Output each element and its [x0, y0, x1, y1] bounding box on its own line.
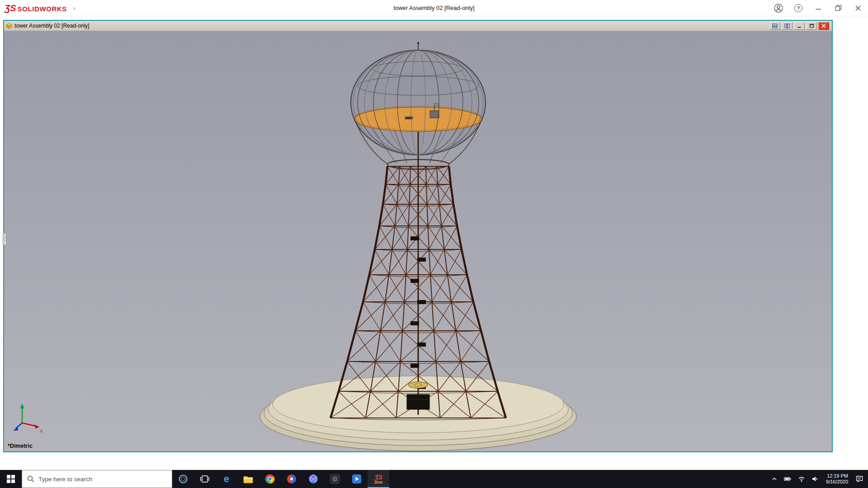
- solidworks-version-badge: 2020: [374, 480, 382, 484]
- workspace: tower Assembly 02 [Read-only]: [0, 16, 868, 470]
- pane-splitter-grip[interactable]: [3, 233, 7, 245]
- window-actions: ?: [769, 0, 868, 16]
- 3d-viewer-icon: [308, 474, 318, 484]
- tray-chevron-icon: [771, 476, 778, 482]
- tile-horizontal-icon: [772, 23, 778, 28]
- doc-tile-vertical-button[interactable]: [782, 22, 793, 30]
- dark-tile-app-icon: [330, 474, 340, 484]
- app-button-1[interactable]: [281, 470, 302, 488]
- user-account-icon: [774, 3, 783, 13]
- doc-close-button[interactable]: [818, 22, 829, 30]
- doc-close-icon: [821, 23, 826, 28]
- task-view-button[interactable]: [194, 470, 216, 488]
- chrome-icon: [264, 474, 275, 484]
- account-button[interactable]: [769, 0, 788, 16]
- blue-tile-app-icon: [352, 474, 362, 484]
- edge-button[interactable]: e: [216, 470, 237, 488]
- battery-button[interactable]: [781, 470, 794, 488]
- cortana-button[interactable]: [172, 470, 194, 488]
- battery-icon: [784, 475, 792, 483]
- viewer-3d-button[interactable]: [302, 470, 324, 488]
- app-button-3[interactable]: [346, 470, 368, 488]
- system-tray: 12:19 PM 9/16/2020: [769, 470, 868, 488]
- edge-icon: e: [221, 474, 232, 484]
- chrome-button[interactable]: [259, 470, 281, 488]
- document-title: tower Assembly 02 [Read-only]: [14, 23, 89, 29]
- assembly-cube-icon: [6, 23, 12, 29]
- app-button-2[interactable]: [324, 470, 346, 488]
- doc-tile-horizontal-button[interactable]: [769, 22, 780, 30]
- tile-vertical-icon: [784, 23, 790, 28]
- menu-flyout-arrow[interactable]: ›: [73, 5, 75, 12]
- svg-text:x: x: [40, 428, 42, 433]
- doc-restore-button[interactable]: [806, 22, 817, 30]
- windows-start-icon: [7, 475, 15, 483]
- svg-text:e: e: [224, 474, 229, 484]
- app-title: tower Assembly 02 [Read-only]: [0, 5, 868, 11]
- task-view-icon: [200, 474, 210, 484]
- volume-icon: [811, 475, 819, 483]
- solidworks-logo-name: SOLIDWORKS: [18, 5, 67, 13]
- doc-restore-icon: [809, 23, 814, 28]
- file-explorer-icon: [243, 474, 254, 484]
- doc-minimize-button[interactable]: [794, 22, 805, 30]
- solidworks-icon: ƷS: [374, 474, 382, 480]
- taskbar: Type here to search e: [0, 470, 868, 488]
- start-button[interactable]: [0, 470, 22, 488]
- screen: ƷS SOLIDWORKS › tower Assembly 02 [Read-…: [0, 0, 868, 488]
- taskbar-clock[interactable]: 12:19 PM 9/16/2020: [822, 473, 852, 485]
- document-window: tower Assembly 02 [Read-only]: [3, 20, 833, 452]
- help-icon: ?: [794, 4, 802, 12]
- action-center-button[interactable]: [853, 470, 866, 488]
- network-button[interactable]: [795, 470, 808, 488]
- clock-date: 9/16/2020: [826, 479, 848, 485]
- solidworks-taskbar-button[interactable]: ƷS 2020: [368, 470, 389, 488]
- minimize-button[interactable]: [808, 0, 828, 16]
- search-icon: [27, 475, 34, 483]
- close-button[interactable]: [848, 0, 868, 16]
- close-icon: [855, 5, 861, 11]
- search-placeholder: Type here to search: [38, 476, 92, 483]
- volume-button[interactable]: [809, 470, 821, 488]
- viewport-3d[interactable]: x *Dimetric: [4, 31, 832, 451]
- tray-chevron-button[interactable]: [769, 470, 780, 488]
- viewport-canvas[interactable]: x: [4, 31, 832, 451]
- restore-button[interactable]: [828, 0, 848, 16]
- view-orientation-label: *Dimetric: [8, 443, 33, 449]
- doc-minimize-icon: [797, 24, 802, 28]
- document-titlebar[interactable]: tower Assembly 02 [Read-only]: [4, 21, 832, 31]
- colored-app-icon: [287, 474, 297, 484]
- restore-icon: [835, 5, 841, 11]
- taskbar-search[interactable]: Type here to search: [22, 470, 172, 488]
- network-icon: [798, 475, 805, 483]
- action-center-icon: [855, 475, 863, 483]
- clock-time: 12:19 PM: [826, 473, 848, 479]
- file-explorer-button[interactable]: [237, 470, 259, 488]
- app-titlebar: ƷS SOLIDWORKS › tower Assembly 02 [Read-…: [0, 0, 868, 16]
- document-window-controls: [769, 22, 830, 30]
- solidworks-logo: ƷS SOLIDWORKS: [0, 4, 67, 13]
- minimize-icon: [816, 5, 821, 11]
- cortana-icon: [178, 474, 188, 484]
- help-button[interactable]: ?: [788, 0, 808, 16]
- solidworks-logo-mark: ƷS: [5, 4, 16, 13]
